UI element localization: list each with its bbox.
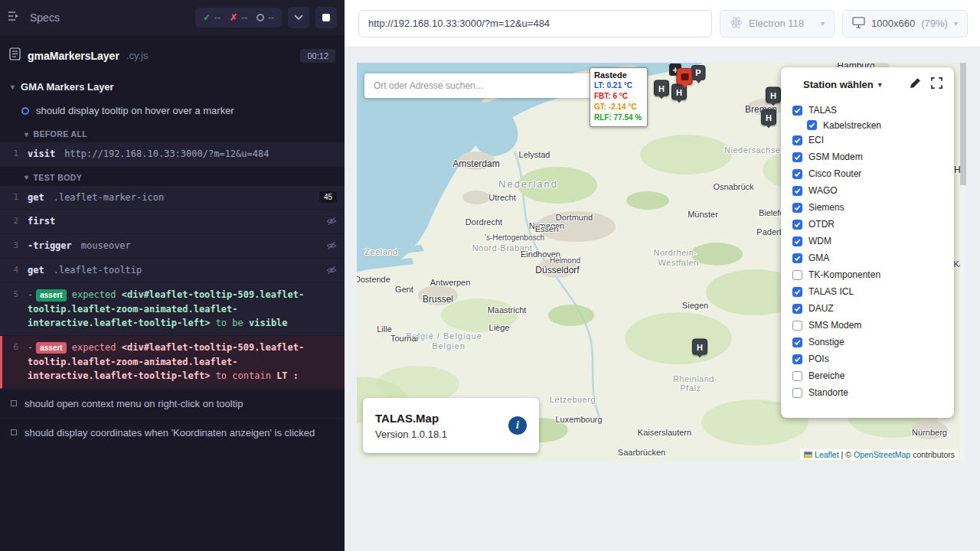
checkbox[interactable] <box>792 220 802 230</box>
station-panel: Station wählen ▾ TALASKabelstreckenECIGS… <box>781 67 954 418</box>
layer-checkbox-row[interactable]: Siemens <box>792 199 942 216</box>
checkbox[interactable] <box>792 152 802 162</box>
checkbox[interactable] <box>792 388 802 398</box>
layer-checkbox-row[interactable]: Kabelstrecken <box>792 119 942 132</box>
layer-checkbox-row[interactable]: DAUZ <box>792 300 942 317</box>
eye-slash-icon <box>326 216 337 229</box>
command-row[interactable]: 6-assertexpected <div#leaflet-tooltip-50… <box>0 336 345 389</box>
command-row[interactable]: 3-triggermouseover <box>0 234 345 259</box>
map-scrollbar[interactable] <box>960 63 966 462</box>
layer-checkbox-row[interactable]: SMS Modem <box>792 317 942 334</box>
specs-list-icon[interactable] <box>8 11 21 24</box>
layer-checkbox-row[interactable]: POIs <box>792 350 942 367</box>
map-attribution: Leaflet | © OpenStreetMap contributors <box>800 449 959 460</box>
command-content: get.leaflet-tooltip <box>28 263 326 278</box>
marker-tooltip[interactable]: Rastede LT: 0.21 °CFBT: 6 °CGT: -2.14 °C… <box>590 67 648 127</box>
checkbox[interactable] <box>792 337 802 347</box>
command-number: 4 <box>0 263 28 275</box>
pending-test-row[interactable]: should display coordinates when 'Koordin… <box>0 418 345 447</box>
map-marker-p[interactable]: P <box>691 65 706 80</box>
edit-pencil-icon[interactable] <box>910 77 921 92</box>
layer-checkbox-row[interactable]: OTDR <box>792 216 942 233</box>
leaflet-map[interactable]: HamburgBremenNiedersachsenHannoverGronin… <box>357 63 966 462</box>
red-marker-glyph <box>681 73 688 80</box>
checkbox[interactable] <box>792 135 802 145</box>
assert-badge: assert <box>36 342 66 354</box>
checkbox[interactable] <box>792 287 802 297</box>
layer-checkbox-row[interactable]: Standorte <box>792 384 942 401</box>
checkbox[interactable] <box>792 270 802 280</box>
viewport-selector[interactable]: 1000x660 (79%) ▾ <box>842 10 968 37</box>
checkbox[interactable] <box>792 203 802 213</box>
map-marker-h[interactable]: H <box>766 87 781 103</box>
layer-label: ECI <box>808 135 824 145</box>
checkbox[interactable] <box>792 253 802 263</box>
checkbox[interactable] <box>792 236 802 246</box>
layer-checkbox-row[interactable]: Cisco Router <box>792 165 942 182</box>
station-select-label[interactable]: Station wählen <box>803 79 874 90</box>
command-row[interactable]: 2first <box>0 210 345 234</box>
before-all-header[interactable]: ▾ BEFORE ALL <box>0 123 345 142</box>
command-number: 1 <box>0 191 28 202</box>
leaflet-link[interactable]: Leaflet <box>815 450 839 459</box>
chevron-down-icon[interactable]: ▾ <box>878 80 882 89</box>
cypress-reporter: Specs ✓-- ✗-- -- gmaMarkersLayer.cy.js 0… <box>0 0 345 551</box>
checkbox[interactable] <box>792 169 802 179</box>
specs-label[interactable]: Specs <box>30 11 60 24</box>
map-label: Zeeland <box>364 247 397 256</box>
active-test-title: should display tooltip on hover over a m… <box>36 105 234 116</box>
layer-checkbox-row[interactable]: GMA <box>792 249 942 266</box>
map-label: Saarbrücken <box>618 448 665 457</box>
layer-checkbox-row[interactable]: Bereiche <box>792 367 942 384</box>
station-panel-header: Station wählen ▾ <box>792 77 942 92</box>
checkbox[interactable] <box>792 106 802 116</box>
active-test-row[interactable]: should display tooltip on hover over a m… <box>0 99 345 123</box>
command-row[interactable]: 4get.leaflet-tooltip <box>0 259 345 283</box>
map-marker-h[interactable]: H <box>654 80 669 96</box>
suite-row[interactable]: ▾ GMA Markers Layer <box>0 74 345 99</box>
expand-icon[interactable] <box>931 77 942 92</box>
spec-file-row[interactable]: gmaMarkersLayer.cy.js 00:12 <box>0 35 345 71</box>
command-number: 3 <box>0 239 28 250</box>
checkbox[interactable] <box>792 354 802 364</box>
command-row[interactable]: 1get.leaflet-marker-icon45 <box>0 186 345 210</box>
map-marker-red[interactable] <box>677 68 693 85</box>
checkbox[interactable] <box>792 304 802 314</box>
checkbox[interactable] <box>792 371 802 381</box>
map-search-input[interactable] <box>364 73 594 98</box>
layer-checkbox-row[interactable]: WAGO <box>792 182 942 199</box>
command-row[interactable]: 1visithttp://192.168.10.33:3000/?m=12&u=… <box>0 142 345 167</box>
collapse-all-button[interactable] <box>288 7 309 28</box>
checkbox[interactable] <box>792 321 802 331</box>
command-row[interactable]: 5-assertexpected <div#leaflet-tooltip-50… <box>0 283 345 336</box>
eye-slash-icon <box>326 265 337 278</box>
viewport-size: 1000x660 <box>871 18 915 29</box>
layer-checkbox-row[interactable]: GSM Modem <box>792 148 942 165</box>
checkbox[interactable] <box>807 120 817 130</box>
browser-label: Electron 118 <box>749 18 804 29</box>
osm-link[interactable]: OpenStreetMap <box>854 450 910 459</box>
layer-checkbox-row[interactable]: TALAS <box>792 102 942 119</box>
layer-checkbox-row[interactable]: Sonstige <box>792 334 942 350</box>
map-label: Liège <box>489 323 510 332</box>
layer-checkbox-row[interactable]: TALAS ICL <box>792 283 942 300</box>
scrollbar-thumb[interactable] <box>960 63 966 185</box>
map-marker-h[interactable]: H <box>761 109 776 126</box>
browser-selector[interactable]: Electron 118 ▾ <box>720 10 835 37</box>
checkbox[interactable] <box>792 186 802 196</box>
pending-test-row[interactable]: should open context menu on right-click … <box>0 389 345 418</box>
leaflet-flag-icon <box>804 452 812 458</box>
url-input[interactable] <box>358 10 712 37</box>
test-body-header[interactable]: ▾ TEST BODY <box>0 167 345 186</box>
command-name: visit <box>28 148 55 159</box>
version-card: TALAS.Map Version 1.0.18.1 i <box>363 398 539 453</box>
spec-duration-badge: 00:12 <box>300 49 335 63</box>
layer-checkbox-row[interactable]: TK-Komponenten <box>792 266 942 283</box>
layer-checkbox-row[interactable]: ECI <box>792 132 942 148</box>
layer-checkbox-row[interactable]: WDM <box>792 233 942 249</box>
map-label: Dortmund <box>556 213 593 222</box>
reporter-header: Specs ✓-- ✗-- -- <box>0 0 345 35</box>
info-icon[interactable]: i <box>508 416 527 435</box>
stop-button[interactable] <box>315 7 337 28</box>
map-marker-h[interactable]: H <box>692 339 707 355</box>
